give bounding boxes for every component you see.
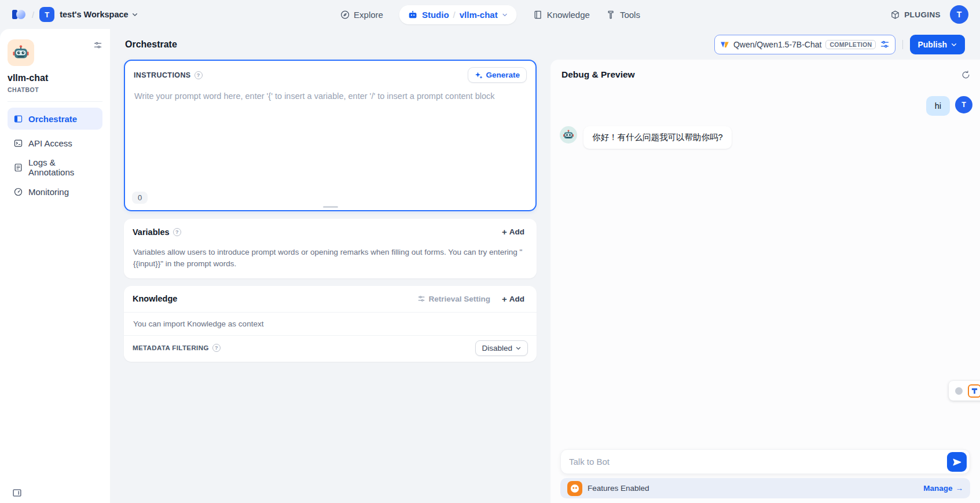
- studio-slash: /: [453, 10, 456, 20]
- explore-icon: [340, 10, 350, 20]
- orchestrate-config-column: INSTRUCTIONS ? Generate 0 Variables ? + …: [124, 60, 537, 362]
- nav-explore[interactable]: Explore: [340, 10, 383, 20]
- workspace-name: test's Workspace: [60, 10, 128, 19]
- variables-title: Variables: [133, 227, 170, 237]
- add-label: Add: [509, 295, 524, 303]
- user-message-row: hi T: [550, 96, 980, 116]
- chat-input-area: Features Enabled Manage →: [550, 449, 980, 503]
- variables-description: Variables allow users to introduce promp…: [124, 245, 537, 278]
- retrieval-setting-label: Retrieval Setting: [428, 295, 490, 303]
- send-button[interactable]: [947, 452, 967, 472]
- vllm-logo-icon: [720, 40, 729, 49]
- chevron-down-icon: [515, 345, 522, 351]
- sidebar-item-orchestrate[interactable]: Orchestrate: [8, 108, 102, 130]
- robot-emoji-icon: [563, 129, 574, 141]
- instructions-title: INSTRUCTIONS: [134, 71, 191, 79]
- collapse-sidebar-button[interactable]: [12, 487, 23, 498]
- help-icon[interactable]: ?: [212, 344, 221, 352]
- nav-knowledge-label: Knowledge: [547, 10, 590, 20]
- refresh-icon: [961, 70, 971, 80]
- orchestrate-toolbar: Orchestrate Qwen/Qwen1.5-7B-Chat COMPLET…: [110, 29, 980, 60]
- features-label: Features Enabled: [588, 484, 649, 493]
- metadata-filtering-row: METADATA FILTERING ? Disabled: [124, 335, 537, 362]
- bot-message-row: 你好！有什么问题我可以帮助你吗?: [550, 126, 980, 149]
- resize-handle[interactable]: [323, 206, 338, 208]
- features-bar: Features Enabled Manage →: [560, 478, 970, 498]
- knowledge-title: Knowledge: [133, 294, 177, 303]
- sidebar-item-monitoring[interactable]: Monitoring: [8, 181, 102, 203]
- app-sidebar: vllm-chat CHATBOT Orchestrate API Access…: [0, 29, 110, 503]
- model-name: Qwen/Qwen1.5-7B-Chat: [733, 40, 822, 49]
- terminal-icon: [13, 138, 23, 148]
- nav-explore-label: Explore: [354, 10, 383, 20]
- sidebar-item-label: Monitoring: [28, 187, 69, 197]
- chevron-down-icon: [131, 11, 138, 18]
- app-avatar[interactable]: [8, 39, 34, 66]
- bot-chat-avatar: [560, 126, 577, 144]
- chat-input[interactable]: [561, 450, 970, 473]
- model-mode-badge: COMPLETION: [825, 40, 876, 49]
- robot-icon: [408, 10, 418, 20]
- page-title: Orchestrate: [125, 39, 177, 50]
- top-bar-right: PLUGINS T: [890, 5, 968, 24]
- drag-dot-icon: [955, 387, 963, 395]
- knowledge-description: You can import Knowledge as context: [124, 313, 537, 335]
- metadata-filtering-value: Disabled: [482, 344, 512, 353]
- variables-panel: Variables ? + Add Variables allow users …: [124, 219, 537, 278]
- workspace-switcher[interactable]: test's Workspace: [60, 10, 138, 19]
- send-icon: [952, 457, 962, 467]
- add-label: Add: [509, 227, 524, 236]
- add-knowledge-button[interactable]: + Add: [498, 292, 528, 306]
- plugins-button[interactable]: PLUGINS: [890, 10, 941, 20]
- instructions-input[interactable]: [125, 89, 535, 176]
- nav-tools[interactable]: Tools: [606, 10, 640, 20]
- sidebar-item-label: API Access: [28, 138, 72, 148]
- dify-logo[interactable]: [12, 8, 27, 21]
- floating-edge-widget[interactable]: [949, 381, 980, 401]
- metadata-filtering-select[interactable]: Disabled: [475, 340, 528, 356]
- app-name: vllm-chat: [8, 73, 102, 83]
- metadata-filtering-title: METADATA FILTERING: [133, 344, 209, 351]
- chevron-down-icon: [502, 12, 508, 18]
- robot-emoji-icon: [12, 44, 30, 61]
- knowledge-panel: Knowledge Retrieval Setting + Add You ca…: [124, 286, 537, 362]
- chevron-down-icon: [950, 41, 957, 48]
- restart-conversation-button[interactable]: [961, 70, 971, 80]
- add-variable-button[interactable]: + Add: [498, 225, 528, 238]
- sparkles-icon: [475, 71, 483, 79]
- retrieval-setting-button[interactable]: Retrieval Setting: [417, 295, 490, 303]
- help-icon[interactable]: ?: [194, 71, 203, 79]
- help-icon[interactable]: ?: [173, 228, 181, 236]
- app-settings-button[interactable]: [93, 41, 102, 50]
- panel-collapse-icon: [12, 487, 23, 498]
- plugins-icon: [890, 10, 900, 20]
- plugins-label: PLUGINS: [904, 10, 941, 19]
- tools-icon: [606, 10, 616, 20]
- nav-knowledge[interactable]: Knowledge: [533, 10, 590, 20]
- plus-icon: +: [502, 227, 507, 236]
- debug-preview-title: Debug & Preview: [561, 69, 635, 80]
- nav-current-app: vllm-chat: [460, 10, 498, 20]
- user-avatar[interactable]: T: [950, 5, 968, 24]
- nav-tools-label: Tools: [620, 10, 640, 20]
- sidebar-item-api-access[interactable]: API Access: [8, 132, 102, 154]
- top-bar: / T test's Workspace Explore Studio / vl…: [0, 0, 980, 29]
- debug-preview-panel: Debug & Preview hi T 你好！有什么问题我可以帮助你吗? Fe…: [550, 60, 980, 503]
- nav-studio[interactable]: Studio / vllm-chat: [399, 5, 517, 24]
- model-selector[interactable]: Qwen/Qwen1.5-7B-Chat COMPLETION: [714, 35, 896, 54]
- gauge-icon: [13, 187, 23, 197]
- manage-features-button[interactable]: Manage →: [923, 484, 963, 493]
- publish-button[interactable]: Publish: [910, 35, 965, 54]
- plus-icon: +: [502, 295, 507, 303]
- generate-button[interactable]: Generate: [468, 67, 527, 83]
- user-message-bubble: hi: [926, 96, 950, 116]
- manage-label: Manage: [923, 484, 952, 493]
- workspace-breadcrumb: / T test's Workspace: [12, 7, 138, 22]
- model-config-sliders-icon: [880, 39, 890, 49]
- char-count: 0: [132, 192, 148, 204]
- extension-icon: [968, 384, 980, 398]
- workspace-avatar[interactable]: T: [39, 7, 54, 22]
- sidebar-item-label: Orchestrate: [28, 114, 77, 124]
- breadcrumb-slash: /: [32, 10, 34, 20]
- sidebar-item-logs[interactable]: Logs & Annotations: [8, 156, 102, 178]
